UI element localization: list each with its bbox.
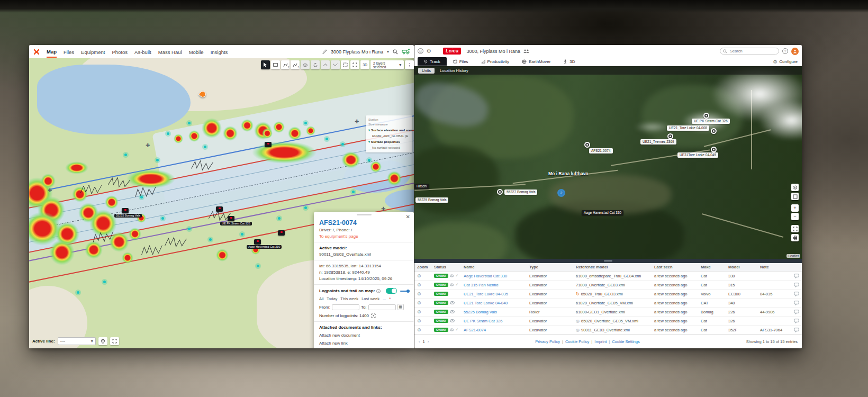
table-row[interactable]: ⊕ Online✓ Cat 315 Pan Nentid Excavator 7… xyxy=(414,281,802,290)
menu-item-map[interactable]: Map xyxy=(47,46,57,58)
calendar-icon[interactable]: ▦ xyxy=(397,304,404,310)
map-marker-label[interactable]: UE21_Tore Lokie 04-008 xyxy=(667,125,709,131)
zoom-to-unit-icon[interactable]: ⊕ xyxy=(417,309,421,314)
rotate-tool[interactable] xyxy=(311,60,320,69)
unit-name-link[interactable]: Cat 315 Pan Nentid xyxy=(464,283,498,287)
from-date-input[interactable] xyxy=(332,304,359,310)
subtab-location-history[interactable]: Location History xyxy=(440,68,468,73)
note-chat-icon[interactable] xyxy=(794,274,799,278)
legend-group-elevation[interactable]: ▾Surface elevation and area xyxy=(368,128,410,133)
note-chat-icon[interactable] xyxy=(794,310,799,314)
project-selector[interactable]: 3000 Flyplass Mo i Rana xyxy=(331,49,383,55)
machine-dot-marker[interactable] xyxy=(711,147,717,152)
menu-item-asbuilt[interactable]: As-built xyxy=(134,47,151,57)
edit-pencil-icon[interactable] xyxy=(322,49,327,54)
filter-more[interactable]: ... xyxy=(383,296,386,301)
slope-up-tool[interactable] xyxy=(321,60,330,69)
page-number[interactable]: 1 xyxy=(423,339,425,344)
to-date-input[interactable] xyxy=(368,304,396,310)
table-row[interactable]: ⊕ Online UE PK Strøm Cat 326 Excavator ◎… xyxy=(414,317,802,326)
machine-dot-marker[interactable] xyxy=(703,113,709,119)
logpoints-toggle[interactable] xyxy=(386,288,397,294)
tab-earthmover[interactable]: EarthMover xyxy=(516,57,557,66)
subtab-units[interactable]: Units xyxy=(418,68,435,74)
unit-name-link[interactable]: AFS21-0074 xyxy=(464,328,486,332)
zoom-to-unit-icon[interactable]: ⊕ xyxy=(417,273,421,278)
layers-dropdown[interactable]: 2 layers selected▾ xyxy=(370,60,404,69)
zoom-out-button[interactable]: − xyxy=(791,213,799,220)
search-input[interactable] xyxy=(729,48,775,54)
zoom-to-unit-icon[interactable]: ⊕ xyxy=(417,318,421,323)
cookie-settings-link[interactable]: Cookie Settings xyxy=(612,339,640,344)
search-icon[interactable] xyxy=(393,49,398,55)
table-row[interactable]: ⊕ Online UE21_Tore Lukre 04-035 Excavato… xyxy=(414,290,802,299)
table-row[interactable]: ⊕ Online✓ AFS21-0074 Excavator ◎90011_GE… xyxy=(414,326,802,335)
left-map-canvas[interactable]: ✚✚✚✚ 55225 Bomag Vals UE PK Strøm Cat 32… xyxy=(29,58,414,348)
polyline-tool-2[interactable]: 2 xyxy=(281,60,290,69)
cluster-marker[interactable]: 2 xyxy=(557,189,565,197)
zoom-to-logpoints-icon[interactable] xyxy=(371,313,376,318)
table-row[interactable]: ⊕ Online UE21 Tore Lonke 04-040 Excavato… xyxy=(414,299,802,308)
eye-icon[interactable] xyxy=(450,301,455,304)
machine-marker[interactable] xyxy=(278,230,285,236)
map-marker-label[interactable]: Aage Haverstad Cat 330 xyxy=(582,210,623,215)
menu-item-files[interactable]: Files xyxy=(64,47,74,57)
tab-3d[interactable]: 3D xyxy=(557,57,581,66)
map-marker-label[interactable]: AFS21-0074 xyxy=(589,148,613,154)
eye-icon[interactable] xyxy=(450,328,454,331)
machine-marker[interactable]: 55225 Bomag Vals xyxy=(122,208,129,213)
filter-all[interactable]: All xyxy=(319,296,323,301)
table-drag-handle[interactable] xyxy=(414,259,802,263)
machine-dot-marker[interactable] xyxy=(584,142,590,148)
table-row[interactable]: ⊕ Online✓ Aage Haverstad Cat 330 Excavat… xyxy=(414,272,802,281)
fit-extent-button[interactable] xyxy=(110,337,119,345)
map-marker-label[interactable]: 55225 Bomag Vals xyxy=(415,197,448,203)
machine-marker[interactable]: UE PK Strøm Cat 326 xyxy=(228,216,234,221)
menu-item-photos[interactable]: Photos xyxy=(112,47,128,57)
drag-handle[interactable] xyxy=(357,214,372,215)
configure-button[interactable]: ⚙Configure xyxy=(768,57,802,66)
map-marker-label[interactable]: Hitachi xyxy=(414,184,429,189)
select-cursor-tool[interactable] xyxy=(261,60,270,69)
zoom-in-button[interactable]: + xyxy=(791,204,799,212)
help-icon[interactable]: ? xyxy=(782,48,788,54)
slope-down-tool[interactable] xyxy=(331,60,340,69)
zoom-to-unit-icon[interactable]: ⊕ xyxy=(417,300,421,305)
eye-icon[interactable] xyxy=(450,283,454,286)
more-options-button[interactable]: ⋮ xyxy=(405,60,414,69)
measure-rect-tool[interactable] xyxy=(271,60,280,69)
menu-item-mobile[interactable]: Mobile xyxy=(189,47,204,57)
eye-icon[interactable] xyxy=(450,319,455,322)
map-marker-label[interactable]: 55227 Bomag Vals xyxy=(504,190,537,195)
note-chat-icon[interactable] xyxy=(794,319,799,323)
gear-icon[interactable]: ⚙ xyxy=(427,48,431,54)
search-box[interactable] xyxy=(720,48,779,55)
legend-group-properties[interactable]: ▾Surface properties xyxy=(368,140,410,145)
map-marker-label[interactable]: UE31Tore Lorke 04-045 xyxy=(677,152,718,158)
zoom-to-unit-icon[interactable]: ⊕ xyxy=(417,282,421,287)
machine-marker[interactable] xyxy=(216,206,223,212)
unit-name-link[interactable]: Aage Haverstad Cat 330 xyxy=(464,274,507,278)
active-line-select[interactable]: ----▾ xyxy=(58,337,96,345)
imprint-link[interactable]: Imprint xyxy=(594,339,610,344)
close-icon[interactable]: ✕ xyxy=(406,214,410,220)
polyline-tool-3[interactable]: 3 xyxy=(291,60,300,69)
machine-marker[interactable] xyxy=(265,142,272,147)
note-chat-icon[interactable] xyxy=(794,283,799,287)
cookie-policy-link[interactable]: Cookie Policy xyxy=(565,339,592,344)
fullscreen-control[interactable] xyxy=(791,225,799,232)
unit-name-link[interactable]: UE21 Tore Lonke 04-040 xyxy=(464,301,508,305)
view-3d-toggle[interactable]: 3D xyxy=(360,60,369,69)
unit-name-link[interactable]: UE PK Strøm Cat 326 xyxy=(464,319,502,323)
visibility-tool[interactable] xyxy=(301,60,310,69)
filter-last-week[interactable]: Last week xyxy=(361,296,379,301)
note-chat-icon[interactable] xyxy=(794,301,799,305)
privacy-policy-link[interactable]: Privacy Policy xyxy=(535,339,563,344)
legend-surface-value[interactable]: ENMR_ARK_GLOBAL (E xyxy=(372,134,410,139)
map-marker-label[interactable]: UE21_Tvernes 2369 xyxy=(640,139,676,145)
menu-item-insights[interactable]: Insights xyxy=(211,47,228,57)
eye-icon[interactable] xyxy=(450,274,454,277)
layers-control[interactable] xyxy=(791,184,799,191)
frame-control[interactable] xyxy=(791,193,799,200)
attach-link-link[interactable]: Attach new link xyxy=(319,341,409,346)
